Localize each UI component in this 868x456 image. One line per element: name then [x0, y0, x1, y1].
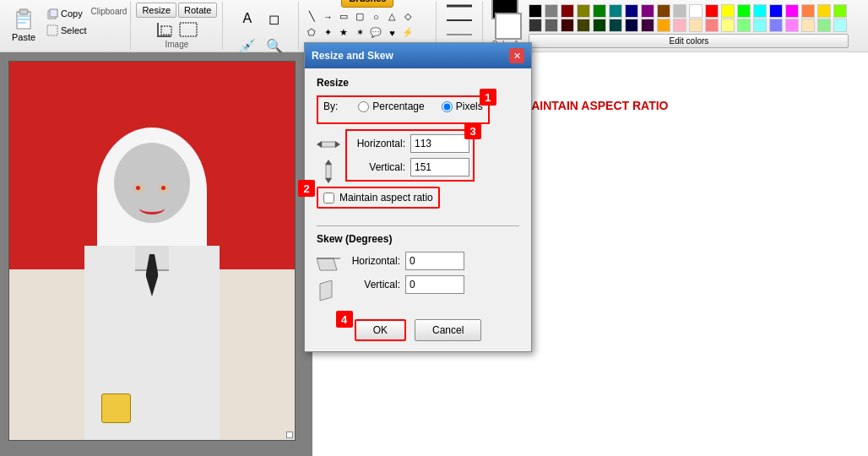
left-eye: [133, 183, 144, 193]
palette-color-39[interactable]: [817, 19, 831, 32]
svg-rect-16: [326, 165, 331, 178]
palette-color-37[interactable]: [785, 19, 799, 32]
palette-color-8[interactable]: [641, 4, 654, 18]
palette-color-34[interactable]: [737, 19, 751, 32]
palette-color-22[interactable]: [545, 19, 558, 32]
shape-triangle[interactable]: △: [384, 9, 399, 24]
pixels-annotation-box: 1 By: Percentage Pixels: [317, 95, 490, 124]
palette-color-24[interactable]: [577, 19, 590, 32]
skew-h-label: Horizontal:: [345, 255, 400, 267]
palette-color-7[interactable]: [625, 4, 638, 18]
palette-color-36[interactable]: [769, 19, 783, 32]
ok-button[interactable]: OK: [355, 319, 406, 341]
palette-color-35[interactable]: [753, 19, 767, 32]
skew-vertical-input[interactable]: [405, 275, 464, 294]
color2-swatch[interactable]: [495, 13, 522, 40]
pixels-radio-label[interactable]: Pixels: [442, 100, 483, 112]
fill-icon[interactable]: 🪣: [263, 0, 286, 3]
shape-diamond[interactable]: ◇: [400, 9, 415, 24]
canvas-panel: [0, 52, 312, 456]
rotate-button[interactable]: Rotate: [178, 3, 217, 18]
percentage-label: Percentage: [372, 100, 424, 112]
svg-rect-4: [18, 22, 26, 24]
select-button[interactable]: Select: [42, 22, 91, 39]
shape-arrow[interactable]: →: [320, 9, 335, 24]
face-mask: [114, 143, 190, 223]
radio-row: By: Percentage Pixels: [323, 100, 483, 112]
horizontal-input[interactable]: [410, 134, 469, 153]
palette-color-19[interactable]: [817, 4, 831, 18]
palette-color-23[interactable]: [561, 19, 574, 32]
paste-button[interactable]: Paste: [7, 5, 41, 46]
palette-color-10[interactable]: [673, 4, 686, 18]
palette-color-27[interactable]: [625, 19, 638, 32]
palette-color-16[interactable]: [769, 4, 783, 18]
percentage-radio-label[interactable]: Percentage: [358, 100, 424, 112]
shape-ellipse[interactable]: ○: [368, 9, 383, 24]
palette-color-9[interactable]: [657, 4, 670, 18]
palette-color-32[interactable]: [705, 19, 719, 32]
skew-horizontal-input[interactable]: [405, 252, 464, 270]
palette-color-15[interactable]: [753, 4, 767, 18]
palette-color-14[interactable]: [737, 4, 751, 18]
palette-color-1[interactable]: [529, 4, 542, 18]
percentage-radio[interactable]: [358, 101, 369, 112]
svg-marker-21: [320, 280, 332, 301]
cancel-button[interactable]: Cancel: [415, 319, 481, 341]
palette-color-38[interactable]: [801, 19, 815, 32]
palette-color-20[interactable]: [833, 4, 847, 18]
svg-marker-15: [335, 141, 340, 148]
shape-rect[interactable]: ▭: [336, 9, 351, 24]
resize-button[interactable]: Resize: [136, 3, 176, 18]
palette-color-4[interactable]: [577, 4, 590, 18]
palette-color-28[interactable]: [641, 19, 654, 32]
shape-callout[interactable]: 💬: [368, 25, 383, 41]
skew-vertical-icon: [317, 280, 335, 304]
color-palette: [529, 4, 849, 32]
dimension-fields-box: 3 Horizontal: Vertical:: [345, 129, 475, 182]
shape-star5[interactable]: ★: [336, 25, 351, 41]
pencil-icon[interactable]: ✏️: [236, 0, 259, 3]
palette-color-5[interactable]: [593, 4, 606, 18]
shape-lightning[interactable]: ⚡: [400, 25, 415, 41]
edit-colors-button[interactable]: Edit colors: [529, 34, 849, 48]
shape-line[interactable]: ╲: [304, 9, 319, 24]
palette-color-31[interactable]: [689, 19, 703, 32]
palette-color-29[interactable]: [657, 19, 670, 32]
eraser-icon[interactable]: ◻: [263, 7, 286, 30]
vertical-input[interactable]: [410, 158, 469, 176]
dialog-close-button[interactable]: ✕: [509, 48, 524, 63]
shape-star4[interactable]: ✦: [320, 25, 335, 41]
svg-marker-19: [317, 258, 337, 270]
palette-color-26[interactable]: [609, 19, 622, 32]
shape-star6[interactable]: ✶: [352, 25, 367, 41]
pixels-radio[interactable]: [442, 101, 453, 112]
palette-color-11[interactable]: [689, 4, 703, 18]
svg-rect-1: [19, 9, 28, 14]
palette-color-13[interactable]: [721, 4, 735, 18]
palette-color-6[interactable]: [609, 4, 622, 18]
copy-button[interactable]: Copy: [42, 5, 91, 22]
palette-color-17[interactable]: [785, 4, 799, 18]
brushes-button[interactable]: Brushes: [341, 0, 393, 8]
palette-color-33[interactable]: [721, 19, 735, 32]
shape-rounded-rect[interactable]: ▢: [352, 9, 367, 24]
palette-color-21[interactable]: [529, 19, 542, 32]
svg-rect-8: [161, 26, 171, 35]
palette-color-30[interactable]: [673, 19, 686, 32]
skew-fields: Horizontal: Vertical:: [345, 252, 464, 294]
palette-color-2[interactable]: [545, 4, 558, 18]
palette-color-18[interactable]: [801, 4, 815, 18]
palette-color-25[interactable]: [593, 19, 606, 32]
palette-color-3[interactable]: [561, 4, 574, 18]
palette-color-12[interactable]: [705, 4, 719, 18]
resize-handle[interactable]: [286, 432, 293, 438]
shape-heart[interactable]: ♥: [384, 25, 399, 41]
shape-pentagon[interactable]: ⬠: [304, 25, 319, 41]
maintain-aspect-label: Maintain aspect ratio: [339, 192, 433, 204]
skew-horizontal-row: Horizontal:: [345, 252, 464, 270]
text-icon[interactable]: A: [236, 7, 259, 30]
palette-color-40[interactable]: [833, 19, 847, 32]
maintain-aspect-checkbox[interactable]: [323, 193, 334, 204]
clipboard-sub: Copy Select: [42, 5, 91, 39]
